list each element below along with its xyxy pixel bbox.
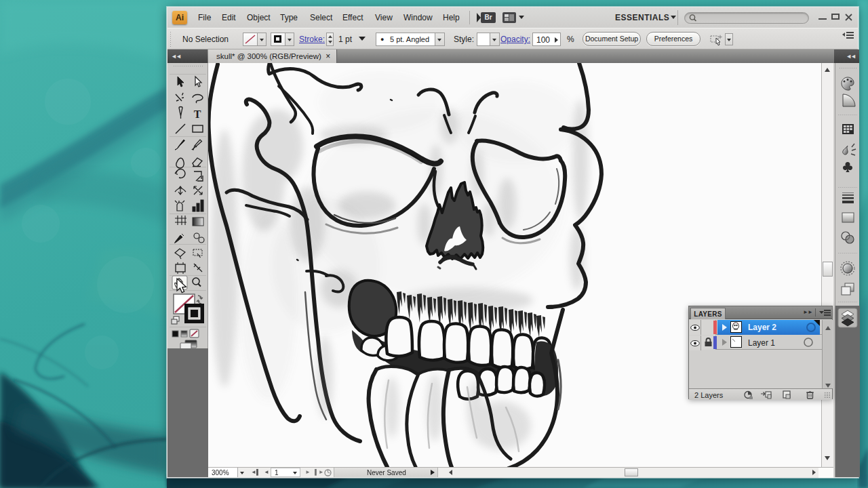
svg-text:T: T (194, 108, 201, 120)
